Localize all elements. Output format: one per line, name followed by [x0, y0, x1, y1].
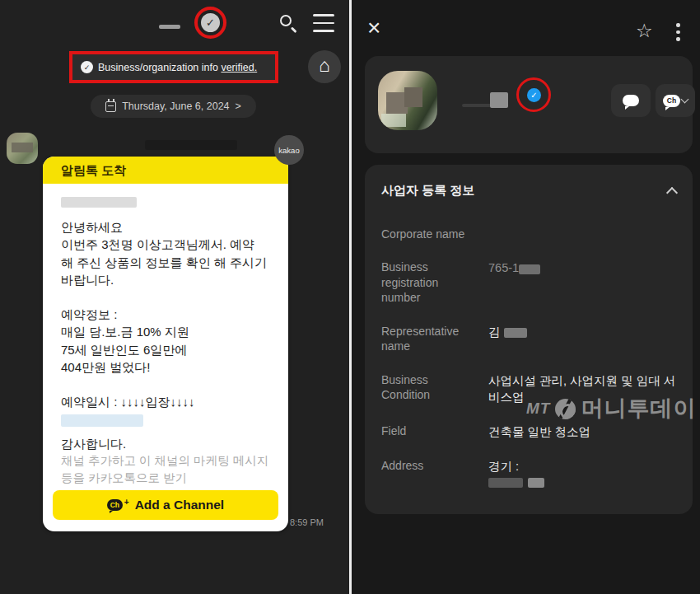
verified-banner-text: Business/organization info verified. — [98, 62, 257, 73]
field-value: 경기 : — [488, 458, 676, 488]
thanks-line: 감사합니다. — [61, 435, 270, 452]
field-label: Corporate name — [381, 227, 478, 241]
mt-logo-text: MT — [526, 400, 550, 418]
favorite-star-icon[interactable]: ☆ — [636, 21, 653, 40]
channel-footnote: 채널 추가하고 이 채널의 마케팅 메시지 등을 카카오톡으로 받기 — [61, 452, 270, 487]
field-label: Business Condition — [381, 372, 478, 405]
schedule-line: 예약일시 : ↓↓↓↓입장↓↓↓↓ — [61, 393, 270, 410]
redacted-address — [528, 478, 544, 488]
field-value: 김 — [488, 324, 676, 354]
channel-actions-button[interactable]: Ch — [656, 84, 695, 117]
verified-badge-icon: ✓ — [201, 13, 220, 32]
add-channel-button[interactable]: Ch + Add a Channel — [53, 490, 278, 520]
search-icon[interactable] — [278, 13, 298, 33]
redacted-link-block[interactable] — [61, 414, 143, 427]
redacted-text-block — [61, 197, 137, 208]
message-line2: 75세 일반인도 6일만에 — [61, 341, 270, 358]
message-line3: 404만원 벌었다! — [61, 358, 270, 376]
moneytoday-watermark: MT 머니투데이 — [526, 394, 696, 423]
profile-card: ✓ Ch — [365, 56, 693, 153]
business-info-title: 사업자 등록 정보 — [381, 183, 474, 199]
home-button[interactable]: ⌂ — [308, 50, 341, 83]
channel-avatar[interactable] — [378, 71, 437, 130]
message-card-header: 알림톡 도착 — [43, 157, 288, 184]
message-greeting: 안녕하세요 — [61, 218, 270, 236]
field-label: Address — [381, 458, 478, 488]
field-row-address: Address 경기 : — [381, 458, 676, 488]
message-intro: 이번주 3천명 이상고객님께서. 예약 해 주신 상품의 정보를 확인 해 주시… — [61, 236, 270, 288]
business-info-card: 사업자 등록 정보 Corporate name Business regist… — [365, 165, 693, 514]
blue-verified-badge-icon: ✓ — [527, 88, 541, 102]
business-info-fields: Corporate name Business registration num… — [381, 227, 676, 488]
redacted-channel-name — [159, 25, 180, 29]
redacted-profile-name-block — [490, 92, 508, 108]
message-card-body: 안녕하세요 이번주 3천명 이상고객님께서. 예약 해 주신 상품의 정보를 확… — [43, 184, 288, 487]
kakao-channel-icon: Ch — [107, 499, 123, 511]
channel-ch-icon: Ch — [663, 95, 680, 107]
field-value — [488, 227, 676, 241]
chevron-up-icon[interactable] — [666, 187, 678, 199]
verified-badge-small-icon: ✓ — [81, 61, 93, 73]
plus-glyph: + — [124, 498, 129, 507]
moneytoday-name: 머니투데이 — [581, 394, 696, 423]
chat-panel: ✓ ✓ Business/organization info verified.… — [0, 0, 349, 594]
redacted-number — [519, 264, 540, 274]
profile-panel: × ☆ ✓ Ch 사업자 등록 정보 — [352, 0, 700, 594]
field-value: 765-1 — [488, 260, 676, 305]
field-row-corporate-name: Corporate name — [381, 227, 676, 241]
home-icon: ⌂ — [319, 56, 330, 75]
field-row-field: Field 건축물 일반 청소업 — [381, 423, 676, 440]
kakao-badge: kakao — [274, 135, 304, 165]
chevron-down-icon — [681, 95, 689, 103]
screenshot-root: ✓ ✓ Business/organization info verified.… — [0, 0, 700, 594]
add-channel-label: Add a Channel — [135, 498, 225, 512]
redacted-address — [488, 478, 523, 488]
moneytoday-logo-icon — [555, 399, 576, 419]
field-label: Business registration number — [381, 260, 478, 305]
date-chevron: > — [236, 101, 241, 112]
message-line1: 매일 담.보.금 10% 지원 — [61, 323, 270, 340]
more-options-icon[interactable] — [676, 23, 680, 44]
redacted-profile-name — [462, 104, 492, 107]
chat-button[interactable] — [611, 84, 651, 117]
verified-link[interactable]: verified. — [221, 62, 257, 73]
close-icon[interactable]: × — [367, 16, 380, 40]
sender-avatar[interactable] — [7, 133, 38, 164]
redacted-sender-name — [145, 140, 237, 150]
hamburger-menu-icon[interactable] — [313, 14, 334, 32]
verified-info-banner[interactable]: ✓ Business/organization info verified. — [69, 51, 278, 83]
field-row-representative: Representative name 김 — [381, 324, 676, 354]
field-label: Field — [381, 423, 478, 440]
field-row-registration-number: Business registration number 765-1 — [381, 260, 676, 305]
date-chip[interactable]: Thursday, June 6, 2024 > — [91, 95, 256, 118]
calendar-icon — [105, 101, 116, 112]
alimtalk-message-card: 알림톡 도착 안녕하세요 이번주 3천명 이상고객님께서. 예약 해 주신 상품… — [43, 157, 288, 531]
redacted-name — [504, 328, 527, 338]
field-value: 건축물 일반 청소업 — [488, 423, 676, 440]
message-timestamp: 8:59 PM — [290, 517, 324, 527]
reservation-heading: 예약정보 : — [61, 306, 270, 323]
chat-bubble-icon — [623, 95, 639, 106]
field-label: Representative name — [381, 324, 478, 354]
date-label: Thursday, June 6, 2024 — [122, 101, 229, 112]
